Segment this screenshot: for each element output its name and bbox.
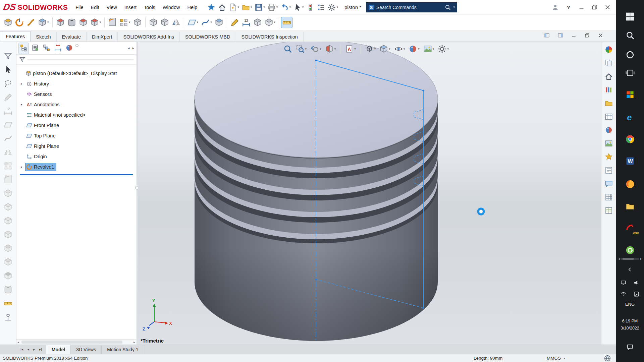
tree-item-sensors[interactable]: Sensors xyxy=(16,89,136,99)
pattern-button[interactable] xyxy=(3,161,13,171)
tp-appearance-wheel-button[interactable] xyxy=(604,45,614,55)
action-center-button[interactable] xyxy=(616,344,644,350)
menu-tools[interactable]: Tools xyxy=(140,5,159,10)
taskbar-cortana[interactable] xyxy=(616,47,644,62)
tray-speaker-button[interactable] xyxy=(633,279,640,287)
mirror-button[interactable] xyxy=(3,147,13,158)
command-search[interactable]: S Search Commands ▾ xyxy=(366,2,457,12)
menu-edit[interactable]: Edit xyxy=(87,5,103,10)
cut-revolve-button[interactable] xyxy=(78,17,89,28)
hole-wizard-button[interactable] xyxy=(3,284,13,295)
taskbar-clock[interactable]: 6:19 PM 3/10/2022 xyxy=(616,318,644,332)
tree-item-front-plane[interactable]: Front Plane xyxy=(16,120,136,130)
trim-button[interactable]: ▾ xyxy=(264,17,277,28)
draft-button[interactable] xyxy=(148,17,159,28)
shell-button[interactable] xyxy=(3,188,13,199)
unit-system-selector[interactable]: MMGS ▴ xyxy=(547,356,565,361)
pin-star-button[interactable] xyxy=(206,2,216,12)
search-input[interactable]: Search Commands xyxy=(376,5,442,10)
zoom-fit-button[interactable] xyxy=(282,44,293,54)
win-restore-button[interactable] xyxy=(590,3,599,11)
search-icon[interactable] xyxy=(445,4,451,10)
tp-appearances-button[interactable] xyxy=(604,125,614,135)
swept-button[interactable] xyxy=(25,17,36,28)
hidden-icons-chevron[interactable] xyxy=(616,267,644,272)
ref-plane-button[interactable] xyxy=(3,119,13,130)
print-button[interactable]: ▾ xyxy=(267,2,279,12)
hscroll-left-arrow[interactable]: ◂ xyxy=(17,340,19,344)
home-button[interactable] xyxy=(217,2,227,12)
cut-extrude-button[interactable] xyxy=(3,270,13,281)
filter-button[interactable] xyxy=(3,51,13,61)
win-minimize-button[interactable] xyxy=(570,32,578,39)
instant3d-button[interactable] xyxy=(214,17,224,28)
taskbar-scroll-thumb[interactable] xyxy=(623,258,634,260)
cut-sweep-button[interactable]: ▾ xyxy=(89,17,102,28)
zoom-area-button[interactable]: ▾ xyxy=(295,44,308,54)
taskbar-solidworks[interactable]: 2018 xyxy=(616,221,644,236)
tab-sketch[interactable]: Sketch xyxy=(31,32,56,42)
piston-3d-model[interactable]: Y X Z xyxy=(138,42,601,345)
smart-dimension-button[interactable]: 12 xyxy=(241,17,252,28)
fillet-button[interactable] xyxy=(3,174,13,185)
rib-button[interactable] xyxy=(132,17,143,28)
taskbar-scroll-right[interactable]: ▸ xyxy=(640,257,642,260)
tray-ink-button[interactable] xyxy=(633,290,640,298)
tree-item-right-plane[interactable]: Right Plane xyxy=(16,141,136,151)
menu-insert[interactable]: Insert xyxy=(121,5,140,10)
tp-view-palette-button[interactable] xyxy=(604,112,614,122)
open-folder-button[interactable]: ▾ xyxy=(241,2,253,12)
previous-view-button[interactable]: ▾ xyxy=(309,44,322,54)
ref-plane-button[interactable]: ▾ xyxy=(186,17,200,28)
hscroll-thumb[interactable] xyxy=(21,341,122,344)
dome-button[interactable] xyxy=(3,243,13,254)
tree-item-revolve1[interactable]: ▸Revolve1 xyxy=(16,162,136,172)
sketch-tool-button[interactable] xyxy=(3,92,13,103)
expand-arrow-icon[interactable]: ▸ xyxy=(19,103,24,106)
new-document-button[interactable]: ▾ xyxy=(228,2,240,12)
tab-features[interactable]: Features xyxy=(0,31,31,42)
menu-file[interactable]: File xyxy=(72,5,87,10)
menu-window[interactable]: Window xyxy=(159,5,184,10)
fm-tree-tab[interactable] xyxy=(18,43,29,54)
doctab-model[interactable]: Model xyxy=(46,345,71,354)
tab-solidworks-mbd[interactable]: SOLIDWORKS MBD xyxy=(180,32,236,42)
expand-arrow-icon[interactable]: ▸ xyxy=(19,82,24,85)
win-close-button[interactable] xyxy=(597,32,604,39)
tp-forum-button[interactable] xyxy=(604,179,614,189)
win-close-button[interactable] xyxy=(603,3,612,11)
panel-grip-handle[interactable] xyxy=(75,44,78,47)
docnav-last[interactable]: ▸| xyxy=(38,347,43,352)
tree-filter[interactable] xyxy=(16,55,136,65)
tp-design-library-button[interactable] xyxy=(604,85,614,95)
select-pointer-button[interactable]: ▾ xyxy=(292,2,305,12)
curve-button[interactable] xyxy=(3,133,13,144)
select-pointer-button[interactable] xyxy=(3,64,13,75)
tp-file-explorer-button[interactable] xyxy=(604,98,614,108)
fillet-button[interactable] xyxy=(107,17,118,28)
menu-help[interactable]: Help xyxy=(183,5,201,10)
tree-item-history[interactable]: ▸History xyxy=(16,78,136,89)
tab-solidworks-add-ins[interactable]: SOLIDWORKS Add-Ins xyxy=(118,32,180,42)
docnav-next[interactable]: ▸ xyxy=(32,347,36,352)
lasso-button[interactable] xyxy=(3,78,13,89)
tree-item-material-not-specified[interactable]: Material <not specified> xyxy=(16,110,136,120)
expand-arrow-icon[interactable]: ▸ xyxy=(19,165,24,169)
taskbar-camtasia[interactable] xyxy=(616,243,644,257)
dome-button[interactable]: ▾ xyxy=(37,17,50,28)
revolve-feature-button[interactable] xyxy=(14,17,25,28)
draft-button[interactable] xyxy=(3,202,13,213)
undo-button[interactable]: ▾ xyxy=(279,2,292,12)
taskbar-task-view[interactable] xyxy=(616,65,644,80)
tree-item-origin[interactable]: Origin xyxy=(16,151,136,162)
tree-item-top-plane[interactable]: Top Plane xyxy=(16,130,136,141)
taskbar-ms-apps[interactable] xyxy=(616,87,644,102)
hide-show-items-button[interactable]: ▾ xyxy=(393,44,406,54)
menu-view[interactable]: View xyxy=(103,5,121,10)
taskbar-scroll-left[interactable]: ◂ xyxy=(618,257,620,260)
tray-wifi-button[interactable] xyxy=(620,290,627,298)
taskbar-scroll-track[interactable] xyxy=(621,258,640,260)
shell-button[interactable] xyxy=(159,17,170,28)
edit-appearance-button[interactable]: ▾ xyxy=(408,44,421,54)
tp-copy-settings-button[interactable] xyxy=(604,58,614,68)
